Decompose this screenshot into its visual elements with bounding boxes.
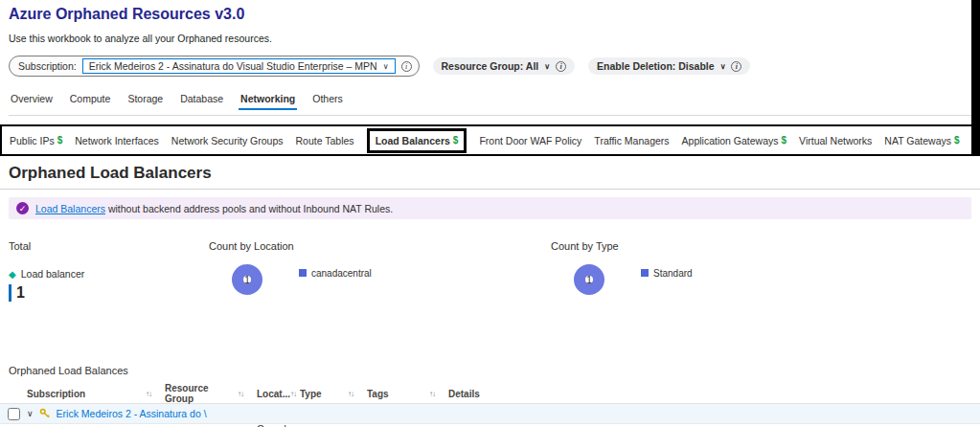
subtab-virtual-networks[interactable]: Virtual Networks: [799, 135, 872, 146]
location-cell: Canada C...: [257, 423, 300, 427]
enable-deletion-filter[interactable]: Enable Deletion: Disable ∨ i: [588, 57, 750, 75]
subtab-public-ips[interactable]: Public IPs $: [10, 135, 62, 146]
subtab-label: Front Door WAF Policy: [479, 135, 581, 146]
tab-others[interactable]: Others: [310, 91, 345, 110]
subtab-label: Traffic Managers: [594, 135, 669, 146]
type-legend: Standard: [641, 268, 693, 295]
page-title: Azure Orphaned Resources v3.0: [9, 6, 980, 23]
location-legend: canadacentral: [299, 268, 372, 295]
group-row-content: ∨ Erick Medeiros 2 - Assinatura do \: [27, 408, 980, 419]
legend-swatch: [641, 269, 649, 277]
cost-icon: $: [782, 135, 787, 146]
info-icon[interactable]: i: [556, 61, 566, 72]
annotation-strip: [971, 0, 980, 154]
sort-icon[interactable]: ↑↓: [146, 390, 151, 398]
subtab-traffic-managers[interactable]: Traffic Managers: [594, 135, 669, 146]
type-legend-label: Standard: [653, 268, 693, 279]
info-banner: ✓ Load Balancers without backend address…: [9, 197, 971, 219]
chevron-down-icon: ∨: [720, 62, 726, 71]
subtab-route-tables[interactable]: Route Tables: [296, 135, 354, 146]
table-title: Orphaned Load Balances: [9, 365, 980, 376]
resource-group-filter-label: Resource Group: All: [442, 60, 539, 72]
column-tags[interactable]: Tags ↑↓: [367, 389, 448, 399]
load-balancers-link[interactable]: Load Balancers: [35, 203, 105, 214]
section-title: Orphaned Load Balancers: [9, 164, 980, 183]
subscription-filter-label: Subscription:: [18, 60, 77, 72]
subtab-label: NAT Gateways: [884, 135, 951, 146]
subtab-label: Load Balancers: [376, 135, 450, 146]
cost-icon: $: [57, 135, 63, 146]
column-label: Subscription: [27, 389, 85, 399]
subtab-label: Route Tables: [296, 135, 354, 146]
subtab-label: Network Security Groups: [171, 135, 284, 146]
total-label: Total: [9, 240, 209, 252]
banner-text: Load Balancers without backend address p…: [35, 203, 393, 214]
info-icon[interactable]: i: [401, 61, 412, 72]
column-label: Type: [300, 389, 322, 399]
tab-database[interactable]: Database: [178, 91, 225, 110]
count-by-location-title: Count by Location: [209, 240, 551, 252]
tab-networking[interactable]: Networking: [239, 91, 297, 110]
count-by-type-title: Count by Type: [551, 240, 893, 252]
subscription-value: Erick Medeiros 2 - Assinatura do Visual …: [89, 60, 377, 72]
sort-icon[interactable]: ↑↓: [290, 390, 296, 398]
location-legend-label: canadacentral: [311, 268, 372, 279]
subtab-label: Virtual Networks: [799, 135, 872, 146]
column-label: Locat...: [257, 389, 290, 399]
subtab-front-door-waf-policy[interactable]: Front Door WAF Policy: [479, 135, 581, 146]
tab-storage[interactable]: Storage: [125, 91, 165, 110]
main-tabs: Overview Compute Storage Database Networ…: [9, 91, 980, 116]
column-type[interactable]: Type ↑↓: [300, 389, 367, 399]
tab-overview[interactable]: Overview: [9, 91, 55, 110]
key-icon: [39, 408, 51, 419]
location-donut-area: 1 canadacentral: [209, 264, 551, 295]
chevron-down-icon: ∨: [544, 62, 550, 71]
column-resource-group[interactable]: Resource Group ↑↓: [165, 383, 257, 404]
column-subscription[interactable]: Subscription ↑↓: [27, 389, 165, 399]
group-subscription-link[interactable]: Erick Medeiros 2 - Assinatura do \: [57, 408, 207, 419]
column-label: Details: [448, 389, 480, 399]
diamond-icon: ◆: [9, 269, 16, 280]
resource-group-filter[interactable]: Resource Group: All ∨ i: [433, 57, 576, 75]
subscription-filter[interactable]: Subscription: Erick Medeiros 2 - Assinat…: [9, 56, 420, 77]
subtab-label: Network Interfaces: [75, 135, 159, 146]
networking-subtabs: Public IPs $ Network Interfaces Network …: [0, 124, 980, 156]
column-label: Tags: [367, 389, 389, 399]
table-header-row: Subscription ↑↓ Resource Group ↑↓ Locat.…: [0, 384, 980, 404]
total-count: 1: [16, 284, 25, 302]
check-circle-icon: ✓: [16, 202, 29, 214]
subtab-load-balancers[interactable]: Load Balancers $: [367, 128, 467, 153]
total-stat: Total ◆ Load balancer 1: [9, 240, 209, 348]
sort-icon[interactable]: ↑↓: [348, 390, 353, 398]
sort-icon[interactable]: ↑↓: [238, 390, 243, 398]
count-by-location-chart: Count by Location 1 canadacentral: [209, 240, 551, 348]
info-icon[interactable]: i: [731, 61, 741, 72]
subscription-dropdown[interactable]: Erick Medeiros 2 - Assinatura do Visual …: [82, 58, 396, 74]
chevron-down-icon: ∨: [383, 62, 389, 71]
type-donut-area: 1 Standard: [551, 264, 893, 295]
divider: [0, 189, 980, 190]
stats-section: Total ◆ Load balancer 1 Count by Locatio…: [9, 240, 980, 348]
location-donut-chart: 1: [232, 264, 262, 295]
subtab-application-gateways[interactable]: Application Gateways $: [682, 135, 787, 146]
sort-icon[interactable]: ↑↓: [429, 390, 435, 398]
subscription-group-row[interactable]: ∨ Erick Medeiros 2 - Assinatura do \: [0, 404, 980, 424]
filter-bar: Subscription: Erick Medeiros 2 - Assinat…: [9, 56, 980, 77]
type-donut-value: 1: [586, 275, 592, 285]
banner-description: without backend address pools and withou…: [108, 203, 393, 214]
tab-compute[interactable]: Compute: [68, 91, 113, 110]
column-location[interactable]: Locat... ↑↓: [257, 389, 300, 399]
subtab-nat-gateways[interactable]: NAT Gateways $: [884, 135, 959, 146]
legend-swatch: [299, 269, 307, 277]
page-subtitle: Use this workbook to analyze all your Or…: [9, 33, 980, 44]
total-series: ◆ Load balancer: [9, 268, 209, 280]
location-donut-value: 1: [244, 275, 250, 285]
group-row-checkbox[interactable]: [8, 408, 20, 420]
collapse-chevron-icon[interactable]: ∨: [27, 409, 34, 418]
column-label: Resource Group: [165, 383, 238, 404]
subtab-label: Application Gateways: [682, 135, 779, 146]
subtab-network-interfaces[interactable]: Network Interfaces: [75, 135, 159, 146]
row-checkbox-cell: [0, 408, 27, 420]
subtab-network-security-groups[interactable]: Network Security Groups: [171, 135, 284, 146]
orphaned-load-balancers-table: Subscription ↑↓ Resource Group ↑↓ Locat.…: [0, 384, 980, 427]
